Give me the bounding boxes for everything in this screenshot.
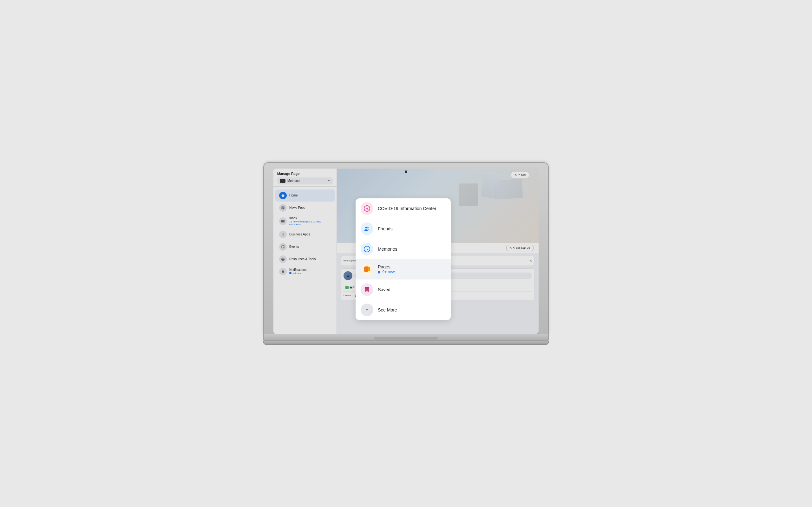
dropdown-item-covid[interactable]: COVID-19 Information Center bbox=[356, 199, 451, 219]
macbook-screen: Manage Page ∞ Metricool ▼ bbox=[273, 169, 539, 334]
pages-label: Pages bbox=[378, 264, 395, 269]
friends-icon bbox=[361, 222, 373, 235]
screen-content: Manage Page ∞ Metricool ▼ bbox=[273, 169, 539, 334]
covid-label: COVID-19 Information Center bbox=[378, 206, 436, 211]
macbook-base bbox=[263, 334, 549, 341]
pages-item-text: Pages 9+ new bbox=[378, 264, 395, 274]
dropdown-item-see-more[interactable]: See More bbox=[356, 300, 451, 320]
covid-icon bbox=[361, 202, 373, 215]
pages-dot bbox=[378, 271, 380, 274]
memories-label: Memories bbox=[378, 246, 397, 251]
dropdown-menu: COVID-19 Information Center bbox=[356, 199, 451, 320]
chevron-down-icon bbox=[361, 303, 373, 316]
dropdown-item-saved[interactable]: Saved bbox=[356, 279, 451, 300]
memories-icon bbox=[361, 243, 373, 256]
macbook-lid: Manage Page ∞ Metricool ▼ bbox=[263, 162, 549, 334]
macbook-bottom bbox=[263, 341, 549, 345]
covid-item-text: COVID-19 Information Center bbox=[378, 206, 436, 211]
svg-point-3 bbox=[367, 227, 369, 228]
svg-point-2 bbox=[365, 227, 367, 228]
svg-marker-7 bbox=[368, 267, 370, 271]
dropdown-item-friends[interactable]: Friends bbox=[356, 219, 451, 239]
macbook-frame: Manage Page ∞ Metricool ▼ bbox=[263, 162, 549, 345]
dropdown-item-pages[interactable]: Pages 9+ new bbox=[356, 259, 451, 279]
friends-label: Friends bbox=[378, 226, 393, 231]
saved-label: Saved bbox=[378, 287, 391, 292]
pages-icon bbox=[361, 263, 373, 276]
saved-icon bbox=[361, 283, 373, 296]
dropdown-item-memories[interactable]: Memories bbox=[356, 239, 451, 259]
pages-sublabel: 9+ new bbox=[378, 270, 395, 274]
see-more-label: See More bbox=[378, 307, 397, 313]
svg-point-1 bbox=[366, 208, 368, 209]
